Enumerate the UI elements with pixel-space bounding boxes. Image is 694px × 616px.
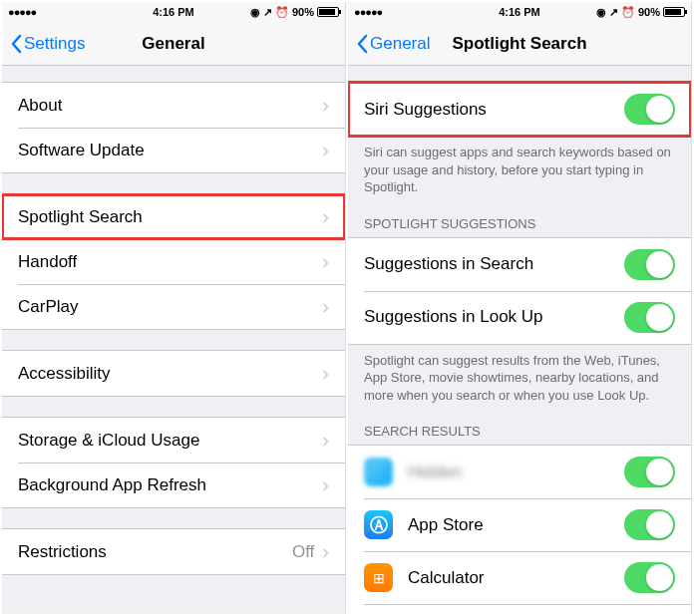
spotlight-footer: Spotlight can suggest results from the W… <box>348 345 691 413</box>
phone-left: ●●●●● 4:16 PM ◉ ↗ ⏰ 90% Settings General… <box>2 2 346 614</box>
battery-percent: 90% <box>638 6 660 18</box>
battery-percent: 90% <box>292 6 314 18</box>
chevron-right-icon: › <box>322 250 329 273</box>
siri-footer: Siri can suggest apps and search keyword… <box>348 137 691 204</box>
content-right: Siri Suggestions Siri can suggest apps a… <box>348 66 691 614</box>
cell-value: Off <box>292 542 314 562</box>
back-button[interactable]: General <box>348 34 430 54</box>
toggle-result[interactable] <box>624 457 675 487</box>
chevron-right-icon: › <box>322 139 329 161</box>
spotlight-suggestions-header: SPOTLIGHT SUGGESTIONS <box>348 210 691 237</box>
toggle-result[interactable] <box>624 509 675 540</box>
cell-carplay[interactable]: CarPlay › <box>2 284 345 329</box>
status-bar: ●●●●● 4:16 PM ◉ ↗ ⏰ 90% <box>2 2 345 22</box>
status-indicators-icon: ◉ ↗ ⏰ <box>596 6 635 19</box>
toggle-suggestions-lookup[interactable] <box>624 302 675 333</box>
chevron-right-icon: › <box>322 473 329 496</box>
cell-result-appstore[interactable]: Ⓐ App Store <box>348 498 691 551</box>
cell-about[interactable]: About › <box>2 83 345 128</box>
chevron-left-icon <box>356 34 368 54</box>
status-indicators-icon: ◉ ↗ ⏰ <box>250 6 289 19</box>
battery-icon <box>663 7 685 17</box>
back-label: General <box>370 34 430 54</box>
chevron-right-icon: › <box>322 205 329 228</box>
cell-restrictions[interactable]: Restrictions Off › <box>2 529 345 574</box>
cell-storage-icloud[interactable]: Storage & iCloud Usage › <box>2 418 345 462</box>
search-results-header: SEARCH RESULTS <box>348 418 691 445</box>
status-time: 4:16 PM <box>499 6 540 18</box>
cell-suggestions-in-lookup[interactable]: Suggestions in Look Up <box>348 291 691 344</box>
chevron-left-icon <box>10 34 22 54</box>
calculator-icon: ⊞ <box>364 563 393 592</box>
back-label: Settings <box>24 34 85 54</box>
cell-result-hidden[interactable]: Hidden <box>348 446 691 498</box>
app-icon <box>364 458 393 486</box>
content-left: About › Software Update › Spotlight Sear… <box>2 66 345 614</box>
chevron-right-icon: › <box>322 429 329 452</box>
signal-icon: ●●●●● <box>354 6 382 18</box>
toggle-suggestions-search[interactable] <box>624 249 675 280</box>
cell-handoff[interactable]: Handoff › <box>2 239 345 284</box>
chevron-right-icon: › <box>322 295 329 318</box>
status-time: 4:16 PM <box>153 6 194 18</box>
battery-icon <box>317 7 339 17</box>
cell-software-update[interactable]: Software Update › <box>2 128 345 172</box>
toggle-result[interactable] <box>624 562 675 593</box>
chevron-right-icon: › <box>322 362 329 385</box>
nav-bar: General Spotlight Search <box>348 22 691 66</box>
signal-icon: ●●●●● <box>8 6 36 18</box>
cell-result-calendar[interactable]: ▭ Calendar <box>348 604 691 614</box>
back-button[interactable]: Settings <box>2 34 85 54</box>
appstore-icon: Ⓐ <box>364 510 393 539</box>
cell-background-app-refresh[interactable]: Background App Refresh › <box>2 462 345 507</box>
nav-bar: Settings General <box>2 22 345 66</box>
toggle-siri-suggestions[interactable] <box>624 94 675 125</box>
chevron-right-icon: › <box>322 94 329 117</box>
status-bar: ●●●●● 4:16 PM ◉ ↗ ⏰ 90% <box>348 2 691 22</box>
chevron-right-icon: › <box>322 540 329 563</box>
cell-suggestions-in-search[interactable]: Suggestions in Search <box>348 238 691 291</box>
cell-result-calculator[interactable]: ⊞ Calculator <box>348 551 691 604</box>
cell-accessibility[interactable]: Accessibility › <box>2 351 345 396</box>
page-title: General <box>142 34 204 54</box>
phone-right: ●●●●● 4:16 PM ◉ ↗ ⏰ 90% General Spotligh… <box>348 2 692 614</box>
cell-spotlight-search[interactable]: Spotlight Search › <box>2 194 345 239</box>
page-title: Spotlight Search <box>452 34 586 54</box>
cell-siri-suggestions[interactable]: Siri Suggestions <box>348 83 691 136</box>
